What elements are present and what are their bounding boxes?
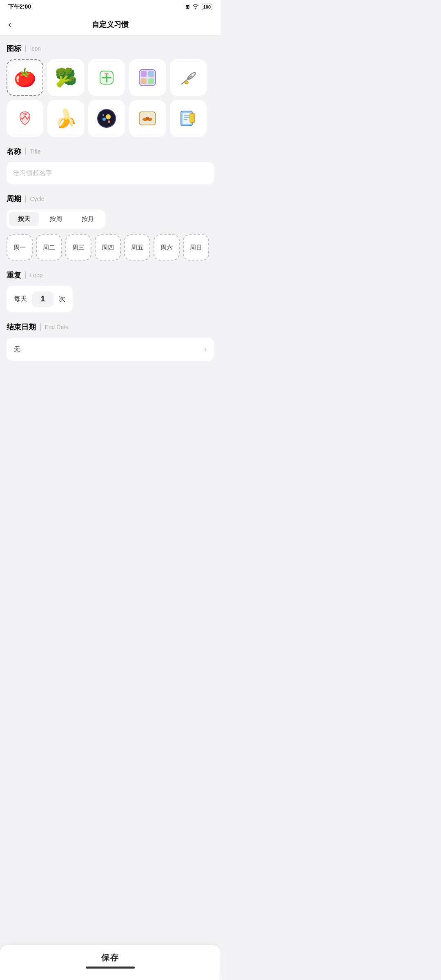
svg-point-11 bbox=[106, 114, 111, 119]
loop-section: 重复 Loop 每天 1 次 bbox=[7, 270, 214, 312]
end-date-divider bbox=[40, 323, 41, 331]
svg-rect-3 bbox=[148, 71, 154, 77]
main-content: 图标 Icon 🍅 🥦 bbox=[0, 36, 220, 420]
svg-text:90: 90 bbox=[23, 112, 27, 116]
icon-cell-0[interactable]: 🍅 bbox=[7, 59, 43, 96]
day-btn-mon[interactable]: 周一 bbox=[7, 234, 33, 261]
icon-cell-4[interactable] bbox=[170, 59, 207, 96]
battery-indicator: 100 bbox=[202, 4, 212, 10]
loop-suffix: 次 bbox=[59, 295, 65, 303]
cycle-tab-monthly[interactable]: 按月 bbox=[73, 212, 103, 226]
icon-cell-6[interactable]: 🍌 bbox=[47, 100, 84, 137]
icon-divider bbox=[25, 45, 26, 52]
svg-rect-18 bbox=[183, 113, 191, 124]
cycle-tabs: 按天 按周 按月 bbox=[7, 209, 105, 229]
end-date-label-cn: 结束日期 bbox=[7, 322, 36, 332]
end-date-value: 无 bbox=[14, 345, 20, 354]
back-button[interactable]: ‹ bbox=[8, 19, 11, 30]
day-buttons: 周一 周二 周三 周四 周五 周六 周日 bbox=[7, 234, 214, 261]
svg-point-16 bbox=[146, 117, 149, 120]
loop-divider bbox=[25, 272, 26, 279]
icon-label-en: Icon bbox=[30, 45, 41, 52]
cycle-divider bbox=[25, 195, 26, 203]
page-title: 自定义习惯 bbox=[0, 20, 220, 29]
svg-rect-5 bbox=[148, 78, 154, 84]
cycle-label-cn: 周期 bbox=[7, 194, 21, 204]
habit-title-input[interactable] bbox=[7, 162, 214, 184]
day-btn-tue[interactable]: 周二 bbox=[36, 234, 62, 261]
status-bar: 下午2:00 ⊞ 100 bbox=[0, 0, 220, 14]
icon-cell-9[interactable] bbox=[170, 100, 207, 137]
svg-point-13 bbox=[108, 120, 110, 123]
end-date-row[interactable]: 无 › bbox=[7, 338, 214, 361]
title-section: 名称 Title bbox=[7, 147, 214, 184]
icon-cell-1[interactable]: 🥦 bbox=[47, 59, 84, 96]
loop-label-en: Loop bbox=[30, 272, 43, 278]
title-label-cn: 名称 bbox=[7, 147, 21, 156]
icon-cell-2[interactable] bbox=[88, 59, 125, 96]
icon-label-cn: 图标 bbox=[7, 44, 21, 53]
icon-cell-7[interactable] bbox=[88, 100, 125, 137]
chevron-right-icon: › bbox=[204, 345, 207, 354]
day-btn-sun[interactable]: 周日 bbox=[183, 234, 209, 261]
screenshot-icon: ⊞ bbox=[185, 4, 189, 10]
svg-point-8 bbox=[185, 81, 188, 84]
title-section-header: 名称 Title bbox=[7, 147, 214, 156]
title-divider bbox=[25, 148, 26, 155]
end-date-label-en: End Date bbox=[45, 324, 69, 330]
icon-cell-8[interactable] bbox=[129, 100, 166, 137]
end-date-section-header: 结束日期 End Date bbox=[7, 322, 214, 332]
loop-prefix: 每天 bbox=[14, 295, 27, 303]
icon-section-header: 图标 Icon bbox=[7, 44, 214, 53]
day-btn-thu[interactable]: 周四 bbox=[95, 234, 121, 261]
icon-cell-5[interactable]: 90 bbox=[7, 100, 43, 137]
title-label-en: Title bbox=[30, 148, 41, 155]
nav-bar: ‹ 自定义习惯 bbox=[0, 14, 220, 36]
loop-row: 每天 1 次 bbox=[7, 286, 73, 312]
wifi-icon bbox=[192, 4, 199, 11]
loop-label-cn: 重复 bbox=[7, 270, 21, 280]
loop-count-input[interactable]: 1 bbox=[32, 292, 54, 307]
cycle-tab-weekly[interactable]: 按周 bbox=[41, 212, 71, 226]
cycle-section-header: 周期 Cycle bbox=[7, 194, 214, 204]
svg-point-14 bbox=[102, 114, 104, 116]
svg-rect-4 bbox=[141, 78, 147, 84]
status-icons: ⊞ 100 bbox=[185, 4, 212, 11]
svg-rect-22 bbox=[190, 114, 195, 122]
svg-point-12 bbox=[102, 118, 106, 121]
icon-section: 图标 Icon 🍅 🥦 bbox=[7, 44, 214, 137]
status-time: 下午2:00 bbox=[8, 3, 31, 11]
cycle-section: 周期 Cycle 按天 按周 按月 周一 周二 周三 周四 周五 周六 周日 bbox=[7, 194, 214, 261]
cycle-tab-daily[interactable]: 按天 bbox=[9, 212, 39, 226]
end-date-section: 结束日期 End Date 无 › bbox=[7, 322, 214, 361]
svg-rect-2 bbox=[141, 71, 147, 77]
day-btn-wed[interactable]: 周三 bbox=[65, 234, 91, 261]
day-btn-fri[interactable]: 周五 bbox=[124, 234, 150, 261]
loop-section-header: 重复 Loop bbox=[7, 270, 214, 280]
icon-grid: 🍅 🥦 bbox=[7, 59, 214, 137]
day-btn-sat[interactable]: 周六 bbox=[154, 234, 180, 261]
icon-cell-3[interactable] bbox=[129, 59, 166, 96]
cycle-label-en: Cycle bbox=[30, 196, 45, 202]
